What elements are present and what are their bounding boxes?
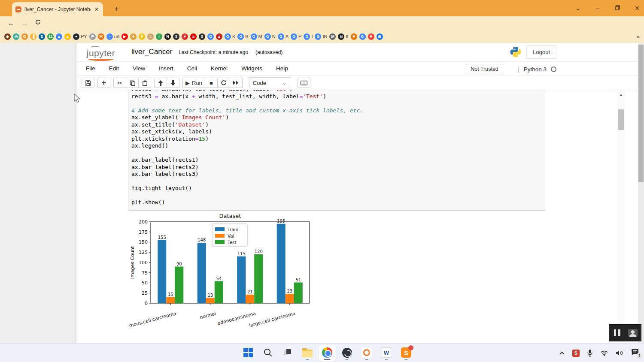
jupyter-taskbar-button[interactable]: [358, 344, 375, 361]
reload-button[interactable]: [33, 18, 43, 28]
bookmark-item[interactable]: ◍: [377, 33, 383, 40]
restart-kernel-button[interactable]: [217, 78, 230, 88]
bookmark-item[interactable]: ◆: [4, 33, 11, 40]
window-close-button[interactable]: ✕: [633, 5, 641, 12]
bookmark-item[interactable]: GIN: [315, 33, 327, 40]
move-cell-up-button[interactable]: [154, 78, 167, 88]
browser-scrollbar-thumb[interactable]: [638, 45, 644, 182]
bookmark-item[interactable]: GK: [225, 33, 235, 40]
command-palette-button[interactable]: [298, 78, 310, 88]
window-profile-chevron-icon[interactable]: ⌄: [574, 5, 582, 12]
window-restore-button[interactable]: [613, 5, 622, 12]
bookmark-item[interactable]: ●PY: [73, 33, 87, 40]
bookmark-item[interactable]: E: [39, 33, 45, 40]
bookmark-item[interactable]: ○: [156, 33, 162, 40]
add-cell-button[interactable]: [97, 78, 110, 88]
forward-button[interactable]: →: [20, 18, 30, 28]
paste-cell-button[interactable]: [138, 78, 151, 88]
bookmark-item[interactable]: ◎: [13, 33, 19, 40]
bookmark-item[interactable]: ▶: [122, 33, 128, 40]
bookmark-item[interactable]: M: [329, 33, 336, 40]
notifications-button[interactable]: 1: [631, 349, 639, 357]
chrome-button[interactable]: [319, 344, 336, 361]
wifi-icon[interactable]: [600, 350, 608, 356]
bookmark-item[interactable]: GN: [264, 33, 276, 40]
bookmarks-overflow-chevron[interactable]: »: [637, 33, 640, 40]
bookmark-item[interactable]: S: [173, 33, 179, 40]
bookmark-item[interactable]: S: [199, 33, 205, 40]
bookmark-item[interactable]: G: [359, 33, 366, 40]
bookmark-item[interactable]: ▲: [216, 33, 222, 40]
bookmark-item[interactable]: G: [207, 33, 214, 40]
menu-insert[interactable]: Insert: [152, 61, 180, 76]
webcam-preview-button[interactable]: [625, 325, 641, 341]
bookmark-item[interactable]: ☺: [147, 33, 154, 40]
logout-button[interactable]: Logout: [526, 45, 556, 59]
bookmark-item[interactable]: ✦: [130, 33, 137, 40]
sublime-button[interactable]: S: [398, 344, 415, 361]
notebook-title[interactable]: liver_Cancer: [131, 48, 172, 56]
run-button[interactable]: ▶Run: [182, 78, 205, 88]
bookmark-item[interactable]: ✷: [368, 33, 374, 40]
bookmark-item[interactable]: ⚑: [89, 33, 96, 40]
cut-cell-button[interactable]: ✂: [113, 78, 126, 88]
microphone-icon[interactable]: [587, 349, 593, 357]
scroll-up-arrow-icon[interactable]: ▲: [617, 90, 625, 97]
bookmark-item[interactable]: a: [190, 33, 197, 40]
move-cell-down-button[interactable]: [167, 78, 179, 88]
menu-widgets[interactable]: Widgets: [234, 61, 269, 76]
task-view-button[interactable]: [279, 344, 296, 361]
browser-tab[interactable]: liver_Cancer - Jupyter Notebook ✕: [12, 2, 103, 16]
menu-edit[interactable]: Edit: [102, 61, 126, 76]
file-explorer-button[interactable]: [299, 344, 316, 361]
bookmark-favicon: 11: [47, 33, 54, 40]
cell-type-dropdown[interactable]: Code⌄: [249, 77, 290, 88]
tray-chevron-icon[interactable]: [559, 351, 565, 355]
start-button[interactable]: [240, 344, 257, 361]
bookmark-item[interactable]: N: [164, 33, 171, 40]
menu-view[interactable]: View: [126, 61, 152, 76]
menu-cell[interactable]: Cell: [180, 61, 204, 76]
trust-status-button[interactable]: Not Trusted: [466, 64, 503, 74]
bookmark-item[interactable]: ⌸tt: [338, 33, 348, 40]
menu-help[interactable]: Help: [269, 61, 295, 76]
word-button[interactable]: W: [378, 344, 395, 361]
tab-close-icon[interactable]: ✕: [94, 6, 100, 12]
interrupt-kernel-button[interactable]: ■: [205, 78, 218, 88]
obs-button[interactable]: [338, 344, 355, 361]
save-button[interactable]: [82, 78, 94, 88]
bookmark-item[interactable]: GA: [278, 33, 289, 40]
bookmark-item[interactable]: GP: [291, 33, 301, 40]
bookmark-favicon: G: [278, 33, 284, 40]
bookmark-item[interactable]: GB: [237, 33, 248, 40]
restart-run-all-button[interactable]: [230, 78, 243, 88]
bookmark-item[interactable]: ☀: [351, 33, 357, 40]
search-button[interactable]: [259, 344, 276, 361]
menu-file[interactable]: File: [79, 61, 102, 76]
menu-kernel[interactable]: Kernel: [204, 61, 234, 76]
jupyter-logo[interactable]: jupyter: [82, 46, 120, 61]
window-minimize-button[interactable]: –: [593, 5, 602, 12]
code-cell-input[interactable]: rects2 = ax.bar(x, val_list, width, labe…: [128, 90, 545, 211]
sublime-tray-icon[interactable]: S: [572, 350, 580, 357]
bookmark-item[interactable]: ▲: [56, 33, 62, 40]
new-tab-button[interactable]: +: [111, 3, 122, 15]
bookmark-item[interactable]: P: [139, 33, 145, 40]
copy-cell-button[interactable]: [126, 78, 139, 88]
notebook-scrollbar-thumb[interactable]: [618, 109, 624, 130]
notebook-content[interactable]: rects2 = ax.bar(x, val_list, width, labe…: [76, 90, 638, 343]
bookmark-item[interactable]: M: [98, 33, 104, 40]
bookmark-item[interactable]: ▲: [64, 33, 71, 40]
bookmark-item[interactable]: ♥: [182, 33, 188, 40]
volume-icon[interactable]: [616, 350, 624, 356]
notebook-scrollbar[interactable]: ▲: [617, 90, 625, 343]
bookmark-item[interactable]: G: [21, 33, 28, 40]
browser-scrollbar[interactable]: [638, 43, 644, 343]
pause-recording-button[interactable]: [609, 325, 625, 341]
bookmark-item[interactable]: 11: [47, 33, 54, 40]
bookmark-item[interactable]: GM: [251, 33, 262, 40]
back-button[interactable]: ←: [6, 18, 16, 28]
bookmark-item[interactable]: ▐: [30, 33, 36, 40]
bookmark-item[interactable]: GI: [304, 33, 313, 40]
bookmark-item[interactable]: ◔url: [106, 33, 119, 40]
